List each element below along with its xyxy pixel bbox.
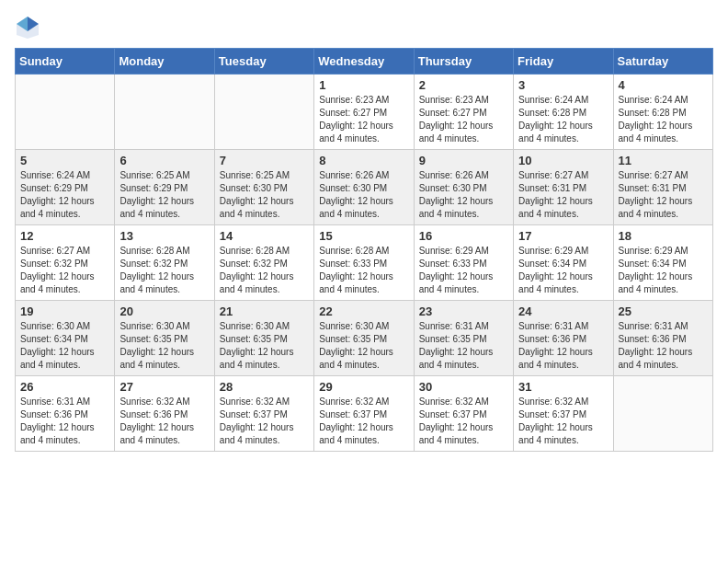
day-number: 15 xyxy=(319,229,408,243)
calendar-cell: 9Sunrise: 6:26 AM Sunset: 6:30 PM Daylig… xyxy=(414,150,513,225)
day-number: 31 xyxy=(518,380,608,394)
logo-icon xyxy=(15,15,40,40)
day-number: 13 xyxy=(119,229,209,243)
calendar-cell xyxy=(115,75,214,150)
weekday-header-sunday: Sunday xyxy=(16,49,115,75)
day-number: 9 xyxy=(419,154,508,167)
day-info: Sunrise: 6:26 AM Sunset: 6:30 PM Dayligh… xyxy=(319,169,408,221)
day-number: 19 xyxy=(20,304,109,318)
calendar-cell: 11Sunrise: 6:27 AM Sunset: 6:31 PM Dayli… xyxy=(613,150,712,225)
calendar-cell: 31Sunrise: 6:32 AM Sunset: 6:37 PM Dayli… xyxy=(514,376,613,452)
calendar-cell: 17Sunrise: 6:29 AM Sunset: 6:34 PM Dayli… xyxy=(514,225,613,301)
calendar-cell: 21Sunrise: 6:30 AM Sunset: 6:35 PM Dayli… xyxy=(214,301,313,376)
calendar-week-4: 19Sunrise: 6:30 AM Sunset: 6:34 PM Dayli… xyxy=(16,301,713,376)
day-number: 20 xyxy=(119,304,209,318)
day-number: 10 xyxy=(518,154,608,167)
calendar-cell xyxy=(16,75,115,150)
calendar-cell: 3Sunrise: 6:24 AM Sunset: 6:28 PM Daylig… xyxy=(514,75,613,150)
weekday-header-row: SundayMondayTuesdayWednesdayThursdayFrid… xyxy=(16,49,713,75)
weekday-header-tuesday: Tuesday xyxy=(214,49,313,75)
calendar-cell: 22Sunrise: 6:30 AM Sunset: 6:35 PM Dayli… xyxy=(314,301,414,376)
calendar-cell: 7Sunrise: 6:25 AM Sunset: 6:30 PM Daylig… xyxy=(214,150,313,225)
day-number: 6 xyxy=(119,154,209,167)
day-info: Sunrise: 6:31 AM Sunset: 6:36 PM Dayligh… xyxy=(518,320,608,372)
page-header xyxy=(15,15,713,40)
day-info: Sunrise: 6:24 AM Sunset: 6:28 PM Dayligh… xyxy=(619,94,708,145)
calendar-cell xyxy=(613,376,712,452)
calendar-cell: 8Sunrise: 6:26 AM Sunset: 6:30 PM Daylig… xyxy=(314,150,414,225)
calendar-table: SundayMondayTuesdayWednesdayThursdayFrid… xyxy=(15,48,713,452)
day-number: 4 xyxy=(619,78,708,92)
calendar-cell xyxy=(214,75,313,150)
day-number: 17 xyxy=(518,229,608,243)
calendar-cell: 1Sunrise: 6:23 AM Sunset: 6:27 PM Daylig… xyxy=(314,75,414,150)
weekday-header-friday: Friday xyxy=(514,49,613,75)
day-info: Sunrise: 6:24 AM Sunset: 6:29 PM Dayligh… xyxy=(20,169,109,221)
calendar-cell: 24Sunrise: 6:31 AM Sunset: 6:36 PM Dayli… xyxy=(514,301,613,376)
day-info: Sunrise: 6:30 AM Sunset: 6:35 PM Dayligh… xyxy=(220,320,309,372)
calendar-cell: 19Sunrise: 6:30 AM Sunset: 6:34 PM Dayli… xyxy=(16,301,115,376)
day-info: Sunrise: 6:28 AM Sunset: 6:32 PM Dayligh… xyxy=(119,245,209,296)
day-info: Sunrise: 6:27 AM Sunset: 6:31 PM Dayligh… xyxy=(518,169,608,221)
calendar-cell: 25Sunrise: 6:31 AM Sunset: 6:36 PM Dayli… xyxy=(613,301,712,376)
day-info: Sunrise: 6:24 AM Sunset: 6:28 PM Dayligh… xyxy=(518,94,608,145)
calendar-week-5: 26Sunrise: 6:31 AM Sunset: 6:36 PM Dayli… xyxy=(16,376,713,452)
calendar-cell: 16Sunrise: 6:29 AM Sunset: 6:33 PM Dayli… xyxy=(414,225,513,301)
day-info: Sunrise: 6:26 AM Sunset: 6:30 PM Dayligh… xyxy=(419,169,508,221)
day-info: Sunrise: 6:28 AM Sunset: 6:32 PM Dayligh… xyxy=(220,245,309,296)
day-info: Sunrise: 6:29 AM Sunset: 6:33 PM Dayligh… xyxy=(419,245,508,296)
day-number: 22 xyxy=(319,304,408,318)
calendar-week-1: 1Sunrise: 6:23 AM Sunset: 6:27 PM Daylig… xyxy=(16,75,713,150)
day-number: 16 xyxy=(419,229,508,243)
calendar-cell: 27Sunrise: 6:32 AM Sunset: 6:36 PM Dayli… xyxy=(115,376,214,452)
calendar-cell: 30Sunrise: 6:32 AM Sunset: 6:37 PM Dayli… xyxy=(414,376,513,452)
day-number: 26 xyxy=(20,380,109,394)
day-info: Sunrise: 6:32 AM Sunset: 6:36 PM Dayligh… xyxy=(119,396,209,447)
calendar-cell: 18Sunrise: 6:29 AM Sunset: 6:34 PM Dayli… xyxy=(613,225,712,301)
day-number: 23 xyxy=(419,304,508,318)
day-info: Sunrise: 6:30 AM Sunset: 6:35 PM Dayligh… xyxy=(119,320,209,372)
weekday-header-wednesday: Wednesday xyxy=(314,49,414,75)
calendar-cell: 4Sunrise: 6:24 AM Sunset: 6:28 PM Daylig… xyxy=(613,75,712,150)
day-info: Sunrise: 6:23 AM Sunset: 6:27 PM Dayligh… xyxy=(319,94,408,145)
day-number: 3 xyxy=(518,78,608,92)
calendar-cell: 14Sunrise: 6:28 AM Sunset: 6:32 PM Dayli… xyxy=(214,225,313,301)
day-info: Sunrise: 6:31 AM Sunset: 6:36 PM Dayligh… xyxy=(619,320,708,372)
day-number: 7 xyxy=(220,154,309,167)
day-info: Sunrise: 6:25 AM Sunset: 6:29 PM Dayligh… xyxy=(119,169,209,221)
calendar-cell: 23Sunrise: 6:31 AM Sunset: 6:35 PM Dayli… xyxy=(414,301,513,376)
calendar-cell: 2Sunrise: 6:23 AM Sunset: 6:27 PM Daylig… xyxy=(414,75,513,150)
day-info: Sunrise: 6:25 AM Sunset: 6:30 PM Dayligh… xyxy=(220,169,309,221)
logo xyxy=(15,15,48,40)
day-info: Sunrise: 6:29 AM Sunset: 6:34 PM Dayligh… xyxy=(518,245,608,296)
day-info: Sunrise: 6:23 AM Sunset: 6:27 PM Dayligh… xyxy=(419,94,508,145)
day-number: 8 xyxy=(319,154,408,167)
day-number: 21 xyxy=(220,304,309,318)
day-info: Sunrise: 6:28 AM Sunset: 6:33 PM Dayligh… xyxy=(319,245,408,296)
weekday-header-saturday: Saturday xyxy=(613,49,712,75)
day-info: Sunrise: 6:30 AM Sunset: 6:35 PM Dayligh… xyxy=(319,320,408,372)
day-info: Sunrise: 6:27 AM Sunset: 6:32 PM Dayligh… xyxy=(20,245,109,296)
day-number: 18 xyxy=(619,229,708,243)
calendar-cell: 10Sunrise: 6:27 AM Sunset: 6:31 PM Dayli… xyxy=(514,150,613,225)
day-info: Sunrise: 6:32 AM Sunset: 6:37 PM Dayligh… xyxy=(220,396,309,447)
day-info: Sunrise: 6:32 AM Sunset: 6:37 PM Dayligh… xyxy=(319,396,408,447)
day-number: 24 xyxy=(518,304,608,318)
calendar-cell: 15Sunrise: 6:28 AM Sunset: 6:33 PM Dayli… xyxy=(314,225,414,301)
day-number: 30 xyxy=(419,380,508,394)
day-info: Sunrise: 6:31 AM Sunset: 6:36 PM Dayligh… xyxy=(20,396,109,447)
day-number: 1 xyxy=(319,78,408,92)
calendar-week-3: 12Sunrise: 6:27 AM Sunset: 6:32 PM Dayli… xyxy=(16,225,713,301)
day-number: 25 xyxy=(619,304,708,318)
day-number: 14 xyxy=(220,229,309,243)
calendar-cell: 6Sunrise: 6:25 AM Sunset: 6:29 PM Daylig… xyxy=(115,150,214,225)
day-info: Sunrise: 6:31 AM Sunset: 6:35 PM Dayligh… xyxy=(419,320,508,372)
day-number: 29 xyxy=(319,380,408,394)
day-number: 28 xyxy=(220,380,309,394)
calendar-cell: 20Sunrise: 6:30 AM Sunset: 6:35 PM Dayli… xyxy=(115,301,214,376)
calendar-cell: 12Sunrise: 6:27 AM Sunset: 6:32 PM Dayli… xyxy=(16,225,115,301)
weekday-header-monday: Monday xyxy=(115,49,214,75)
day-number: 2 xyxy=(419,78,508,92)
day-number: 12 xyxy=(20,229,109,243)
weekday-header-thursday: Thursday xyxy=(414,49,513,75)
